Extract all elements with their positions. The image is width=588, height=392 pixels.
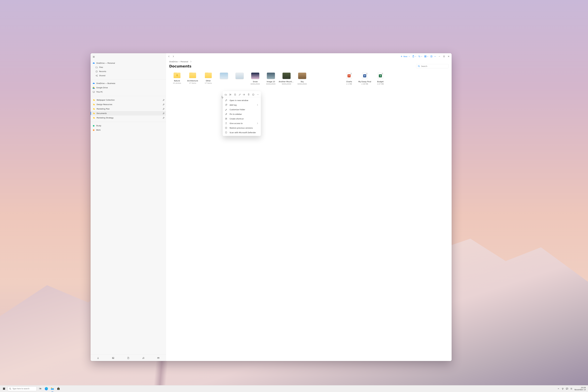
sidebar-pinned-item[interactable]: Wallpaper Collection <box>90 98 166 102</box>
search-box[interactable] <box>416 64 448 68</box>
ctx-rename-button[interactable] <box>242 93 246 96</box>
taskbar-search[interactable] <box>8 386 36 391</box>
tile-name: Charts <box>346 81 352 83</box>
videos-button[interactable] <box>152 355 165 361</box>
folder-icon <box>93 112 95 114</box>
context-menu-item[interactable]: Open in new window <box>223 98 261 103</box>
context-menu-item[interactable]: Restore previous versions <box>223 126 261 130</box>
file-tile[interactable] <box>232 73 247 85</box>
file-tile[interactable] <box>216 73 232 85</box>
context-menu-item[interactable]: Add tag <box>223 103 261 107</box>
context-menu-item[interactable]: Create shortcut <box>223 116 261 121</box>
back-button[interactable] <box>167 54 171 58</box>
file-tile[interactable]: Image 236000x4500 <box>263 73 279 85</box>
ctx-delete-button[interactable] <box>247 93 250 96</box>
sidebar: OneDrive — Personal Files Recents Shared… <box>90 53 166 361</box>
taskbar-search-input[interactable] <box>12 388 35 390</box>
taskbar-app-store[interactable] <box>56 386 62 392</box>
task-view-button[interactable] <box>37 386 43 392</box>
file-thumbnail: P <box>346 73 352 79</box>
file-tile[interactable]: Nature22 photos <box>169 73 185 85</box>
file-tile[interactable]: WMy Essay Final2.38 MB <box>357 73 372 85</box>
svg-point-28 <box>436 56 436 56</box>
svg-rect-57 <box>58 388 59 389</box>
sidebar-source-onedrive-business[interactable]: OneDrive — Business <box>90 81 166 86</box>
start-button[interactable] <box>1 386 7 392</box>
tag-color-dot <box>93 125 94 126</box>
ctx-share-button[interactable] <box>238 93 242 96</box>
svg-rect-55 <box>57 388 60 390</box>
pictures-button[interactable] <box>106 355 120 361</box>
sort-button[interactable] <box>418 54 424 58</box>
hamburger-menu-button[interactable] <box>90 54 97 59</box>
pin-icon <box>162 112 165 114</box>
gear-icon <box>570 388 572 390</box>
new-button[interactable]: New <box>399 54 411 58</box>
sidebar-tag-item[interactable]: Work <box>90 128 166 132</box>
sidebar-source-google-drive[interactable]: Google Drive <box>90 86 166 90</box>
downloads-button[interactable] <box>91 355 105 361</box>
tray-settings-button[interactable] <box>569 386 573 392</box>
sidebar-pinned-item[interactable]: Documents <box>90 111 166 116</box>
sidebar-tag-item[interactable]: Study <box>90 124 166 128</box>
file-tile[interactable]: Architecture17 items <box>185 73 200 85</box>
taskbar-app-file-explorer[interactable] <box>50 386 56 392</box>
maximize-button[interactable] <box>442 54 446 58</box>
ctx-info-button[interactable] <box>251 93 255 96</box>
search-input[interactable] <box>421 65 447 67</box>
ctx-open-button[interactable] <box>224 93 228 96</box>
panel-button[interactable] <box>430 54 433 58</box>
file-tile[interactable]: XBudget1.67 MB <box>372 73 388 85</box>
view-button[interactable] <box>424 54 430 58</box>
context-menu-item[interactable]: Give access to <box>223 121 261 126</box>
context-menu-item[interactable]: Customize Folder <box>223 107 261 112</box>
sidebar-item-recents[interactable]: Recents <box>90 69 166 74</box>
sidebar-item-shared[interactable]: Shared <box>90 74 166 78</box>
sidebar-pinned-label: Documents <box>96 112 107 114</box>
ctx-more-button[interactable] <box>256 93 260 96</box>
more-button[interactable] <box>433 54 437 58</box>
paste-button[interactable] <box>412 54 418 58</box>
forward-button[interactable] <box>171 54 176 58</box>
file-tile[interactable]: Sky6000x4500 <box>294 73 310 85</box>
sidebar-pinned-item[interactable]: Marketing Plan <box>90 107 166 111</box>
breadcrumb[interactable]: OneDrive — Personal <box>169 60 448 63</box>
google-drive-icon <box>92 86 95 89</box>
rename-icon <box>243 94 245 96</box>
sidebar-item-label: Recents <box>99 70 106 72</box>
svg-point-5 <box>97 75 98 75</box>
file-tile[interactable]: Another Mountain6000x4500 <box>279 73 294 85</box>
ctx-copy-button[interactable] <box>233 93 237 96</box>
sidebar-source-onedrive-personal[interactable]: OneDrive — Personal <box>90 61 166 65</box>
tray-chevron-button[interactable] <box>556 386 560 392</box>
documents-button[interactable] <box>122 355 135 361</box>
context-menu-item[interactable]: Scan with Microsoft Defender <box>223 130 261 135</box>
image-thumbnail <box>298 73 306 79</box>
ctx-cut-button[interactable] <box>228 93 232 96</box>
file-tile[interactable]: Snow6000x4500 <box>247 73 263 85</box>
svg-rect-12 <box>93 117 94 118</box>
svg-point-27 <box>435 56 435 56</box>
sidebar-pinned-item[interactable]: Marketing Strategy <box>90 116 166 120</box>
sidebar-source-this-pc[interactable]: This PC <box>90 90 166 94</box>
minimize-button[interactable] <box>437 54 442 58</box>
sidebar-item-files[interactable]: Files <box>90 65 166 69</box>
file-tile[interactable]: Other17 items <box>200 73 216 85</box>
sidebar-pinned-item[interactable]: Design Resources <box>90 102 166 107</box>
sidebar-item-label: Shared <box>99 75 105 77</box>
sidebar-source-label: Google Drive <box>96 87 108 89</box>
music-button[interactable] <box>136 355 150 361</box>
tray-wifi-button[interactable] <box>561 386 565 392</box>
taskbar-clock[interactable]: 20:59 November 14 <box>574 387 587 391</box>
svg-rect-46 <box>3 389 4 390</box>
windows-icon <box>3 388 5 390</box>
close-button[interactable] <box>446 54 451 58</box>
sort-icon <box>418 55 420 58</box>
context-menu-item[interactable]: Pin to sidebar <box>223 112 261 116</box>
file-tile[interactable]: PCharts2.1 MB <box>341 73 357 85</box>
tray-chat-button[interactable] <box>565 386 569 392</box>
svg-rect-56 <box>58 388 58 389</box>
taskbar-app-edge[interactable] <box>43 386 50 392</box>
chat-icon <box>566 388 568 390</box>
svg-rect-49 <box>39 388 40 389</box>
